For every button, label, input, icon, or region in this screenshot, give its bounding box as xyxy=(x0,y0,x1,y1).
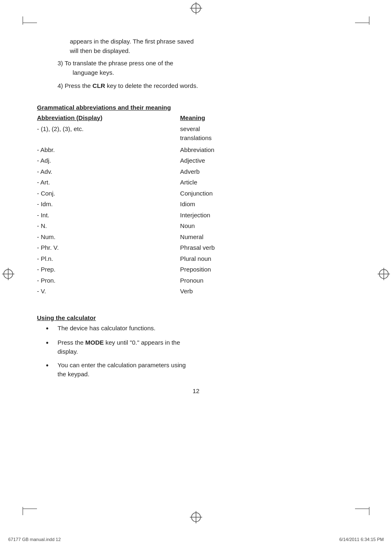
abbr-table-body: - (1), (2), (3), etc.severaltranslations… xyxy=(37,124,355,297)
gram-heading: Grammatical abbreviations and their mean… xyxy=(37,104,355,111)
corner-br-h xyxy=(355,509,369,509)
corner-tl-h xyxy=(23,23,37,23)
table-row: - Art.Article xyxy=(37,177,355,188)
bullet-content-2: Press the MODE key until "0." appears in… xyxy=(58,338,355,357)
reg-mark-right xyxy=(378,268,390,280)
abbr-cell: - N. xyxy=(37,221,180,232)
intro-line1: appears in the display. The first phrase… xyxy=(70,37,355,55)
meaning-cell: severaltranslations xyxy=(180,124,355,145)
table-row: - Abbr.Abbreviation xyxy=(37,145,355,156)
meaning-cell: Abbreviation xyxy=(180,145,355,156)
abbr-cell: - Idm. xyxy=(37,199,180,210)
meaning-cell: Phrasal verb xyxy=(180,242,355,253)
table-row: - V.Verb xyxy=(37,286,355,297)
corner-tl-v xyxy=(23,16,23,25)
meaning-cell: Preposition xyxy=(180,264,355,275)
meaning-cell: Article xyxy=(180,177,355,188)
footer-left: 67177 GB manual.indd 12 xyxy=(8,537,61,542)
meaning-cell: Conjunction xyxy=(180,188,355,199)
meaning-cell: Verb xyxy=(180,286,355,297)
abbr-cell: - Pron. xyxy=(37,275,180,286)
bullet-item-1: • The device has calculator functions. xyxy=(37,324,355,334)
corner-tr-h xyxy=(355,23,369,23)
abbr-cell: - Adv. xyxy=(37,166,180,177)
table-row: - Adj.Adjective xyxy=(37,155,355,166)
numbered-item-4: 4) Press the CLR key to delete the recor… xyxy=(58,81,355,91)
table-row: - Conj.Conjunction xyxy=(37,188,355,199)
meaning-cell: Noun xyxy=(180,221,355,232)
abbr-cell: - Num. xyxy=(37,232,180,243)
table-row: - Adv.Adverb xyxy=(37,166,355,177)
bullet-dot-1: • xyxy=(37,324,58,334)
reg-mark-top xyxy=(190,2,202,14)
abbr-cell: - (1), (2), (3), etc. xyxy=(37,124,180,145)
bullet-content-3: You can enter the calculation parameters… xyxy=(58,361,355,379)
bullet-item-3: • You can enter the calculation paramete… xyxy=(37,361,355,379)
abbr-cell: - Phr. V. xyxy=(37,242,180,253)
footer: 67177 GB manual.indd 12 6/14/2011 6:34:1… xyxy=(0,537,392,542)
corner-br-v xyxy=(369,507,369,515)
col-abbr-header: Abbreviation (Display) xyxy=(37,113,180,124)
abbr-cell: - Prep. xyxy=(37,264,180,275)
reg-mark-left xyxy=(2,268,14,280)
meaning-cell: Numeral xyxy=(180,232,355,243)
calculator-heading: Using the calculator xyxy=(37,314,355,321)
corner-tr-v xyxy=(369,16,369,25)
clr-bold: CLR xyxy=(92,82,105,89)
corner-bl-h xyxy=(23,509,37,509)
page-number: 12 xyxy=(37,387,355,394)
abbr-cell: - Conj. xyxy=(37,188,180,199)
table-row: - Int.Interjection xyxy=(37,210,355,221)
gram-section: Grammatical abbreviations and their mean… xyxy=(37,104,355,297)
main-content: appears in the display. The first phrase… xyxy=(37,33,355,394)
page: appears in the display. The first phrase… xyxy=(0,0,392,548)
table-row: - Phr. V.Phrasal verb xyxy=(37,242,355,253)
reg-mark-bottom xyxy=(190,511,202,523)
table-row: - Prep.Preposition xyxy=(37,264,355,275)
numbered-item-3: 3) To translate the phrase press one of … xyxy=(58,59,355,77)
table-row: - Num.Numeral xyxy=(37,232,355,243)
meaning-cell: Adverb xyxy=(180,166,355,177)
table-header-row: Abbreviation (Display) Meaning xyxy=(37,113,355,124)
abbr-cell: - Abbr. xyxy=(37,145,180,156)
abbr-cell: - V. xyxy=(37,286,180,297)
abbr-cell: - Adj. xyxy=(37,155,180,166)
meaning-cell: Interjection xyxy=(180,210,355,221)
table-row: - Pl.n.Plural noun xyxy=(37,253,355,265)
bullet-content-1: The device has calculator functions. xyxy=(58,324,355,334)
abbr-cell: - Art. xyxy=(37,177,180,188)
meaning-cell: Idiom xyxy=(180,199,355,210)
abbr-cell: - Pl.n. xyxy=(37,253,180,265)
mode-bold: MODE xyxy=(85,339,104,346)
corner-bl-v xyxy=(23,507,23,515)
abbr-table: Abbreviation (Display) Meaning - (1), (2… xyxy=(37,113,355,297)
table-row: - Pron.Pronoun xyxy=(37,275,355,286)
table-row: - Idm.Idiom xyxy=(37,199,355,210)
bullet-dot-3: • xyxy=(37,361,58,379)
calculator-section: Using the calculator • The device has ca… xyxy=(37,314,355,379)
abbr-cell: - Int. xyxy=(37,210,180,221)
col-meaning-header: Meaning xyxy=(180,113,355,124)
bullet-item-2: • Press the MODE key until "0." appears … xyxy=(37,338,355,357)
bullet-dot-2: • xyxy=(37,338,58,357)
meaning-cell: Plural noun xyxy=(180,253,355,265)
footer-right: 6/14/2011 6:34:15 PM xyxy=(339,537,384,542)
table-row: - (1), (2), (3), etc.severaltranslations xyxy=(37,124,355,145)
table-row: - N.Noun xyxy=(37,221,355,232)
meaning-cell: Adjective xyxy=(180,155,355,166)
meaning-cell: Pronoun xyxy=(180,275,355,286)
